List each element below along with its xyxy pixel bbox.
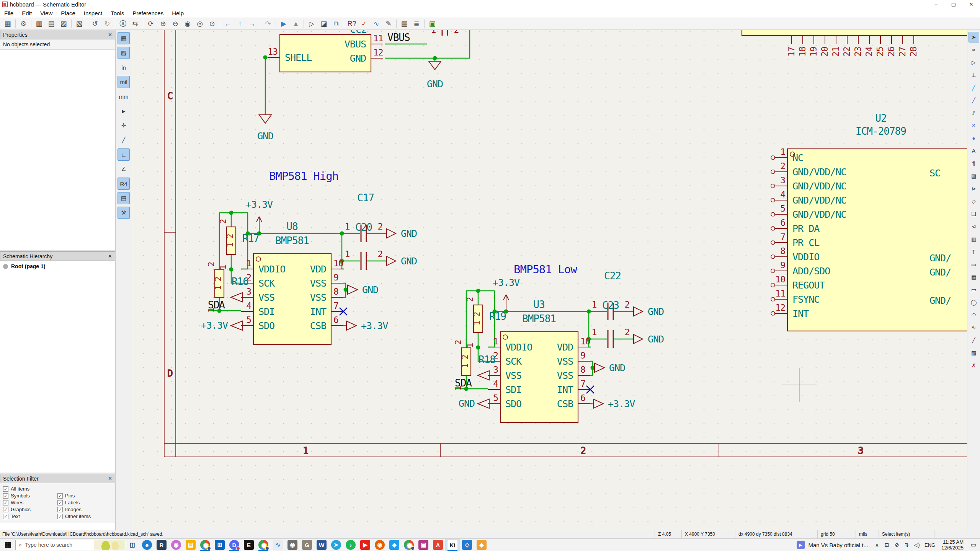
pin-name[interactable]: CSB: [557, 398, 573, 409]
pin-name[interactable]: INT: [792, 308, 809, 319]
junction[interactable]: [344, 288, 348, 292]
maximize-button[interactable]: ▢: [945, 0, 962, 9]
copy-icon[interactable]: ▥: [34, 19, 44, 29]
border-label[interactable]: C: [167, 91, 172, 101]
pin-name[interactable]: CSB: [310, 320, 326, 331]
zoom-in-icon[interactable]: ⊕: [158, 19, 168, 29]
ic-usb-connector[interactable]: 13SHELL11VBUS12GND: [268, 33, 383, 72]
pin-name[interactable]: FSYNC: [792, 294, 819, 305]
gnd-label[interactable]: GND: [427, 78, 443, 90]
start-button[interactable]: [0, 539, 15, 551]
import-sheet-pin-icon[interactable]: ▥: [969, 234, 979, 245]
resistor-pin-text[interactable]: 1 2: [461, 355, 470, 368]
global-label-text[interactable]: +3.3V: [361, 320, 388, 331]
plot-icon[interactable]: ▨: [59, 19, 69, 29]
pin-number[interactable]: 1: [431, 30, 436, 35]
status-grid[interactable]: grid 50: [817, 530, 856, 538]
fields-table-icon[interactable]: ▦: [399, 19, 409, 29]
pin-name[interactable]: SHELL: [285, 52, 312, 63]
pin-name[interactable]: PR_CL: [792, 237, 819, 248]
pin-name[interactable]: VBUS: [345, 39, 366, 50]
pin-number[interactable]: 5: [780, 204, 785, 214]
junction[interactable]: [433, 56, 437, 60]
pin-number[interactable]: 8: [780, 246, 785, 256]
menu-file[interactable]: File: [0, 10, 18, 16]
junction[interactable]: [340, 231, 344, 236]
mirror-h-icon[interactable]: ▶: [279, 19, 289, 29]
taskbar-word[interactable]: W: [314, 539, 329, 551]
sheet-pin-icon[interactable]: ⊲: [969, 221, 979, 232]
junction[interactable]: [591, 366, 595, 370]
ellipse-tool-icon[interactable]: ◯: [969, 297, 979, 308]
paste-icon[interactable]: ▧: [74, 19, 84, 29]
cursor-shape-icon[interactable]: ►: [118, 105, 130, 117]
pin-number[interactable]: 17: [786, 47, 796, 57]
pin-number[interactable]: 6: [580, 393, 585, 403]
border-label[interactable]: 2: [580, 445, 585, 456]
pin-name[interactable]: SCK: [258, 278, 275, 289]
pin-number[interactable]: 1: [493, 336, 498, 346]
bus-entry-icon[interactable]: ⫽: [969, 108, 979, 118]
pin-name-clipped[interactable]: GND/: [929, 295, 951, 306]
free-angle-wires-icon[interactable]: ╱: [118, 134, 130, 146]
pin-number[interactable]: 9: [333, 272, 338, 282]
filter-text[interactable]: ✓Text: [3, 514, 57, 519]
pin-number[interactable]: 22: [842, 47, 852, 57]
taskbar-instagram[interactable]: ▣: [416, 539, 431, 551]
pin-number[interactable]: 3: [493, 365, 498, 375]
resistor-reference[interactable]: R17: [242, 233, 259, 244]
taskbar-clock[interactable]: 11:25 AM 12/6/2025: [938, 539, 967, 551]
close-icon[interactable]: ✕: [108, 476, 112, 481]
nav-up-icon[interactable]: ↑: [235, 19, 245, 29]
border-label[interactable]: 3: [858, 445, 863, 456]
global-label-text[interactable]: +3.3V: [201, 320, 228, 331]
pin-name[interactable]: NC: [792, 152, 803, 163]
pin-number[interactable]: 11: [373, 33, 383, 43]
units-mm-icon[interactable]: mm: [118, 90, 130, 103]
schematic-canvas[interactable]: CD1231VDDIO2SCK3VSS4SDI5SDO10VDD9VSS8VSS…: [132, 30, 967, 530]
filter-other-items[interactable]: ✓Other items: [57, 514, 112, 519]
pin-name-clipped[interactable]: GND/: [929, 253, 951, 264]
pin-number[interactable]: 8: [580, 365, 585, 375]
pin-name[interactable]: GND: [350, 53, 366, 64]
hidden-pins-icon[interactable]: ✛: [118, 119, 130, 132]
table-tool-icon[interactable]: ▦: [969, 272, 979, 282]
pin-number[interactable]: 27: [897, 47, 907, 57]
pin-name[interactable]: GND/VDD/NC: [792, 181, 846, 192]
menu-preferences[interactable]: Preferences: [128, 10, 168, 16]
image-tool-icon[interactable]: ▧: [969, 347, 979, 358]
pin-number[interactable]: 7: [333, 301, 338, 311]
print-icon[interactable]: ▤: [46, 19, 56, 29]
grid-dots-icon[interactable]: ▦: [118, 32, 130, 44]
pin-number[interactable]: 5: [493, 393, 498, 403]
capacitor-reference[interactable]: C23: [602, 300, 619, 311]
menu-place[interactable]: Place: [57, 10, 80, 16]
schematic-drawing[interactable]: CD1231VDDIO2SCK3VSS4SDI5SDO10VDD9VSS8VSS…: [132, 30, 967, 530]
refresh-icon[interactable]: ⟳: [146, 19, 156, 29]
pin-name[interactable]: VSS: [505, 370, 521, 381]
pin-number[interactable]: 3: [780, 175, 785, 185]
pin-number[interactable]: 1: [592, 327, 597, 337]
resistor-reference[interactable]: R19: [489, 311, 506, 322]
power-label[interactable]: +3.3V: [246, 199, 273, 210]
rectangle-tool-icon[interactable]: ▭: [969, 284, 979, 295]
new-sheet-icon[interactable]: ❏: [969, 209, 979, 219]
taskbar-app-amber[interactable]: ◆: [474, 539, 489, 551]
properties-manager-icon[interactable]: ⚒: [118, 207, 130, 219]
assign-footprints-icon[interactable]: ⧉: [331, 19, 341, 29]
menu-view[interactable]: View: [36, 10, 57, 16]
junction[interactable]: [476, 289, 480, 293]
filter-pins[interactable]: ✓Pins: [57, 493, 112, 499]
pin-name[interactable]: VDDIO: [792, 251, 819, 262]
capacitor-reference[interactable]: C22: [604, 270, 621, 282]
pin-number[interactable]: 2: [465, 297, 475, 302]
text-tool-icon[interactable]: T: [969, 246, 979, 257]
section-title[interactable]: BMP581 High: [269, 170, 338, 183]
pin-name[interactable]: VSS: [557, 370, 573, 381]
net-label[interactable]: SDA: [208, 299, 225, 311]
news-widget[interactable]: ▶ Man Vs Baby official t...: [793, 541, 872, 549]
global-label-text[interactable]: +3.3V: [608, 398, 635, 409]
tray-volume-icon[interactable]: ◁): [912, 542, 922, 548]
language-indicator[interactable]: ENG: [922, 542, 938, 548]
zoom-objects-icon[interactable]: ◎: [195, 19, 205, 29]
